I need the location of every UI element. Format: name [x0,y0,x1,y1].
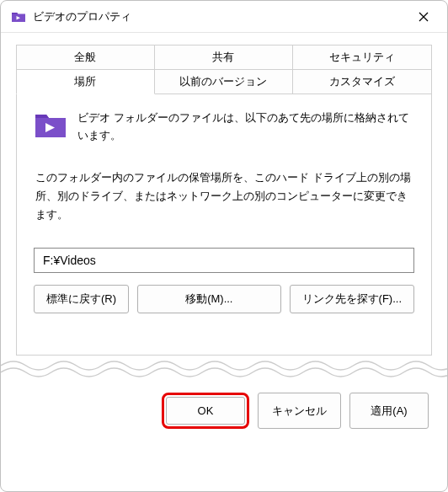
tab-location[interactable]: 場所 [16,69,155,94]
tab-security[interactable]: セキュリティ [293,45,432,69]
ok-button[interactable]: OK [166,397,245,425]
dialog-footer: OK キャンセル 適用(A) [1,381,447,447]
torn-edge-decoration [1,356,447,381]
tab-customize[interactable]: カスタマイズ [293,69,432,94]
folder-description-text: ビデオ フォルダーのファイルは、以下のあて先の場所に格納されています。 [77,110,414,145]
close-button[interactable] [407,4,440,29]
properties-dialog: ビデオのプロパティ 全般 共有 セキュリティ 場所 以前のバージョン カスタマイ… [0,0,448,492]
cancel-button[interactable]: キャンセル [258,393,341,429]
tab-panel-location: ビデオ フォルダーのファイルは、以下のあて先の場所に格納されています。 このフォ… [16,94,432,356]
video-folder-icon [11,9,26,24]
tab-general[interactable]: 全般 [16,45,155,69]
titlebar: ビデオのプロパティ [1,1,447,33]
instruction-text: このフォルダー内のファイルの保管場所を、このハード ドライブ上の別の場所、別のド… [34,168,414,224]
window-title: ビデオのプロパティ [33,9,407,24]
action-button-row: 標準に戻す(R) 移動(M)... リンク先を探す(F)... [34,285,414,313]
apply-button[interactable]: 適用(A) [349,393,429,429]
find-target-button[interactable]: リンク先を探す(F)... [290,285,414,313]
path-input[interactable] [34,248,414,273]
ok-button-highlight: OK [162,393,249,429]
move-button[interactable]: 移動(M)... [137,285,281,313]
tab-sharing[interactable]: 共有 [155,45,294,69]
tab-previous-versions[interactable]: 以前のバージョン [155,69,294,94]
tabs-container: 全般 共有 セキュリティ 場所 以前のバージョン カスタマイズ ビデ [1,33,447,356]
restore-default-button[interactable]: 標準に戻す(R) [34,285,129,313]
video-folder-large-icon [34,110,67,140]
